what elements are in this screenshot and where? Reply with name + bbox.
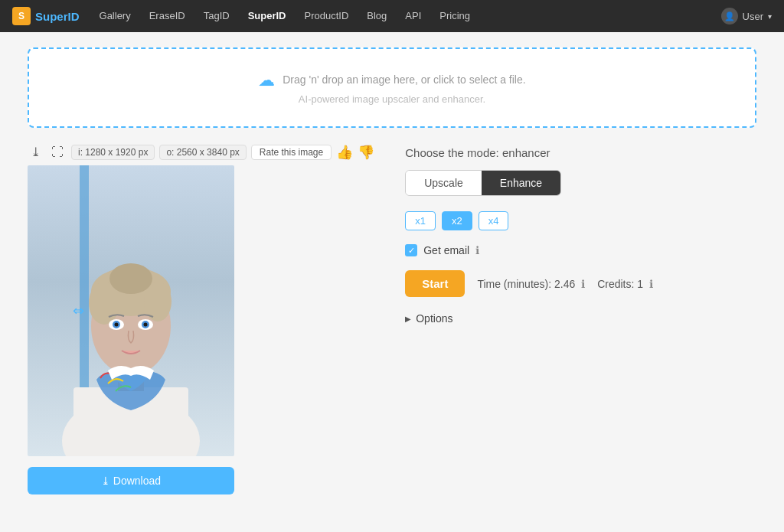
time-info: Time (minutes): 2.46 ℹ bbox=[477, 278, 585, 290]
get-email-row: ✓ Get email ℹ bbox=[405, 244, 756, 256]
get-email-checkbox[interactable]: ✓ bbox=[405, 244, 417, 256]
nav-api[interactable]: API bbox=[397, 0, 429, 32]
options-expand[interactable]: ▶ Options bbox=[405, 312, 756, 325]
portrait-svg bbox=[28, 165, 234, 456]
mode-button-group: Upscale Enhance bbox=[405, 170, 561, 196]
input-size-badge: i: 1280 x 1920 px bbox=[71, 145, 155, 160]
credits-info-icon[interactable]: ℹ bbox=[649, 278, 653, 290]
download-button[interactable]: ⤓ Download bbox=[28, 467, 234, 494]
user-dropdown-icon: ▾ bbox=[768, 12, 772, 21]
time-info-icon[interactable]: ℹ bbox=[581, 278, 585, 290]
upscale-mode-button[interactable]: Upscale bbox=[406, 171, 482, 195]
credits-info: Credits: 1 ℹ bbox=[597, 278, 653, 290]
scale-x4-button[interactable]: x4 bbox=[479, 211, 509, 230]
nav-productid[interactable]: ProductID bbox=[296, 0, 356, 32]
get-email-label: Get email bbox=[423, 244, 469, 256]
image-section: ⤓ ⛶ i: 1280 x 1920 px o: 2560 x 3840 px … bbox=[28, 143, 756, 494]
scale-x2-button[interactable]: x2 bbox=[442, 211, 472, 230]
enhance-mode-button[interactable]: Enhance bbox=[482, 171, 560, 195]
scale-button-group: x1 x2 x4 bbox=[405, 211, 756, 230]
thumbs-up-button[interactable]: 👍 bbox=[336, 144, 353, 161]
nav-tagid[interactable]: TagID bbox=[196, 0, 237, 32]
get-email-info-icon[interactable]: ℹ bbox=[475, 244, 479, 256]
upload-sub-text: AI-powered image upscaler and enhancer. bbox=[51, 93, 733, 105]
rate-image-button[interactable]: Rate this image bbox=[251, 145, 332, 160]
svg-point-13 bbox=[144, 323, 148, 327]
logo[interactable]: S SuperID bbox=[12, 7, 80, 25]
logo-text: SuperID bbox=[35, 10, 80, 23]
download-icon: ⤓ bbox=[101, 475, 113, 487]
options-label: Options bbox=[416, 312, 452, 325]
nav-gallery[interactable]: Gallery bbox=[92, 0, 139, 32]
image-toolbar: ⤓ ⛶ i: 1280 x 1920 px o: 2560 x 3840 px … bbox=[28, 143, 374, 161]
options-triangle-icon: ▶ bbox=[405, 315, 411, 323]
svg-point-7 bbox=[109, 263, 152, 294]
image-resize-handle[interactable]: ⇔ bbox=[73, 302, 84, 319]
upload-area-content: ☁ Drag 'n' drop an image here, or click … bbox=[51, 70, 733, 105]
start-button[interactable]: Start bbox=[405, 270, 465, 297]
upload-area[interactable]: ☁ Drag 'n' drop an image here, or click … bbox=[28, 47, 756, 128]
fullscreen-icon[interactable]: ⛶ bbox=[48, 144, 67, 161]
main-content: ☁ Drag 'n' drop an image here, or click … bbox=[9, 32, 775, 510]
image-container: ⇔ bbox=[28, 165, 234, 456]
svg-point-12 bbox=[115, 323, 119, 327]
upload-main-text: Drag 'n' drop an image here, or click to… bbox=[283, 73, 525, 86]
thumbs-down-button[interactable]: 👎 bbox=[358, 144, 374, 161]
nav-blog[interactable]: Blog bbox=[359, 0, 394, 32]
portrait-image: ⇔ bbox=[28, 165, 234, 456]
nav-eraseid[interactable]: EraseID bbox=[142, 0, 193, 32]
user-label: User bbox=[743, 11, 763, 22]
logo-icon: S bbox=[12, 7, 31, 25]
user-avatar-icon: 👤 bbox=[721, 8, 738, 24]
right-panel: Choose the mode: enhancer Upscale Enhanc… bbox=[405, 143, 756, 325]
nav-pricing[interactable]: Pricing bbox=[432, 0, 478, 32]
download-small-icon[interactable]: ⤓ bbox=[28, 143, 44, 161]
left-panel: ⤓ ⛶ i: 1280 x 1920 px o: 2560 x 3840 px … bbox=[28, 143, 374, 494]
user-menu[interactable]: 👤 User ▾ bbox=[721, 8, 772, 24]
action-row: Start Time (minutes): 2.46 ℹ Credits: 1 … bbox=[405, 270, 756, 297]
scale-x1-button[interactable]: x1 bbox=[405, 211, 436, 230]
nav-superid[interactable]: SuperID bbox=[240, 0, 294, 32]
navbar: S SuperID Gallery EraseID TagID SuperID … bbox=[0, 0, 784, 32]
output-size-badge: o: 2560 x 3840 px bbox=[159, 145, 246, 160]
upload-cloud-icon: ☁ bbox=[258, 70, 275, 90]
mode-label: Choose the mode: enhancer bbox=[405, 146, 756, 159]
